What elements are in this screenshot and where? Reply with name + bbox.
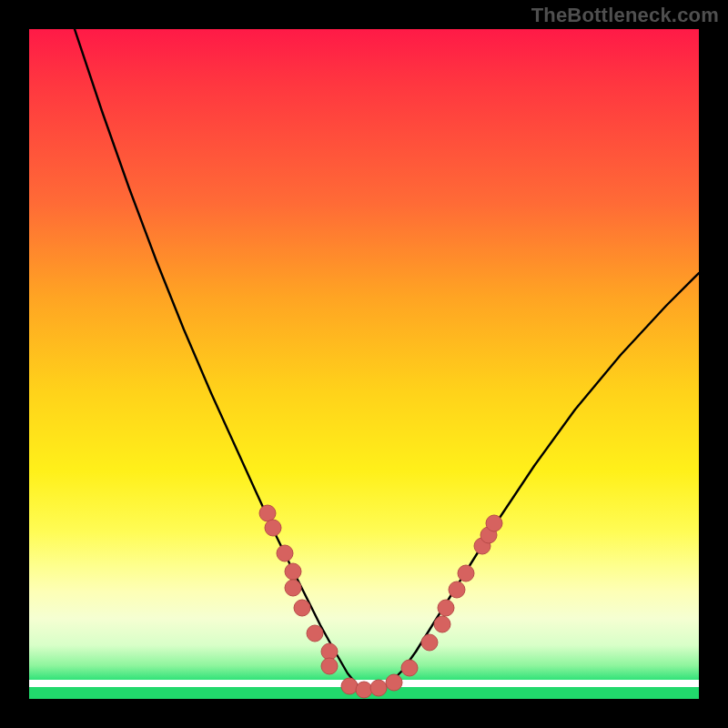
curve-dots-group bbox=[259, 505, 502, 698]
curve-dot bbox=[370, 680, 387, 696]
curve-dot bbox=[458, 565, 474, 581]
curve-dot bbox=[401, 660, 418, 676]
curve-dot bbox=[265, 520, 281, 536]
curve-dot bbox=[285, 563, 301, 580]
curve-dot bbox=[294, 600, 310, 616]
curve-dot bbox=[386, 674, 402, 691]
curve-dot bbox=[449, 581, 465, 598]
curve-dot bbox=[486, 515, 502, 531]
chart-overlay bbox=[29, 29, 699, 699]
curve-dot bbox=[321, 658, 338, 674]
curve-dot bbox=[434, 616, 450, 632]
plot-area bbox=[29, 29, 699, 699]
curve-dot bbox=[307, 625, 323, 642]
bottleneck-curve bbox=[75, 29, 699, 692]
curve-dot bbox=[285, 580, 301, 596]
curve-dot bbox=[277, 545, 293, 561]
curve-dot bbox=[356, 682, 372, 698]
curve-dot bbox=[438, 600, 454, 616]
curve-dot bbox=[421, 634, 438, 651]
curve-dot bbox=[341, 678, 358, 694]
chart-frame: TheBottleneck.com bbox=[0, 0, 728, 728]
attribution-text: TheBottleneck.com bbox=[531, 4, 719, 27]
curve-dot bbox=[259, 505, 276, 521]
curve-dot bbox=[321, 643, 338, 660]
